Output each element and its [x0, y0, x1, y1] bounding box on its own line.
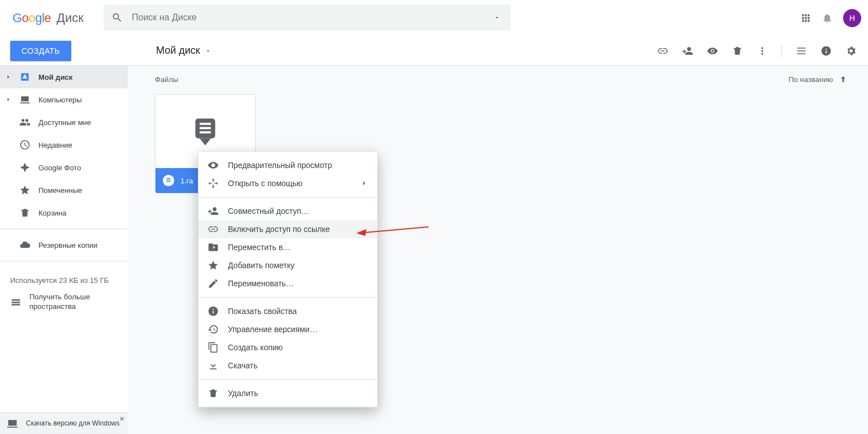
star-icon [14, 184, 38, 196]
ctx-label: Добавить пометку [228, 261, 295, 270]
trash-icon[interactable] [732, 45, 743, 57]
ctx-label: Предварительный просмотр [228, 161, 332, 170]
sidebar-item-recent[interactable]: Недавние [0, 134, 128, 156]
arrow-up-icon [839, 75, 848, 84]
sidebar-item-starred[interactable]: Помеченные [0, 179, 128, 201]
info-icon[interactable] [821, 45, 832, 57]
link-icon [208, 224, 228, 235]
storage-icon [10, 297, 21, 308]
expand-icon [6, 74, 14, 80]
svg-rect-6 [166, 179, 170, 180]
sidebar-item-photos[interactable]: Google Фото [0, 156, 128, 179]
separator [781, 44, 782, 58]
svg-rect-7 [166, 181, 170, 182]
chevron-right-icon [360, 179, 368, 187]
list-view-icon[interactable] [796, 45, 807, 57]
ctx-get-link[interactable]: Включить доступ по ссылке [198, 220, 377, 238]
ctx-rename[interactable]: Переименовать… [198, 274, 377, 293]
ctx-label: Создать копию [228, 343, 283, 352]
ctx-label: Скачать [228, 361, 258, 370]
sidebar-item-label: Доступные мне [38, 118, 91, 127]
more-icon[interactable] [757, 45, 768, 57]
search-bar[interactable] [103, 5, 511, 31]
ctx-open-with[interactable]: Открыть с помощью [198, 174, 377, 192]
search-options-dropdown-icon[interactable] [494, 14, 500, 21]
svg-rect-5 [166, 178, 170, 178]
file-name: 1.ra [180, 177, 193, 185]
download-icon [208, 360, 228, 371]
download-windows-banner[interactable]: Скачать версию для Windows ✕ [0, 412, 128, 434]
separator [198, 197, 377, 197]
sidebar-item-computers[interactable]: Компьютеры [0, 88, 128, 111]
sidebar-item-label: Помеченные [38, 186, 82, 195]
sort-label-text: По названию [788, 75, 833, 84]
file-type-icon [162, 174, 175, 187]
ctx-label: Совместный доступ… [228, 207, 309, 216]
avatar[interactable]: Н [843, 9, 861, 27]
add-person-icon [208, 205, 228, 217]
search-input[interactable] [111, 12, 503, 23]
ctx-copy[interactable]: Создать копию [198, 338, 377, 356]
sidebar-item-shared[interactable]: Доступные мне [0, 111, 128, 134]
svg-rect-1 [200, 123, 211, 125]
pencil-icon [208, 278, 228, 289]
storage-link-label: Получить больше пространства [29, 293, 118, 312]
ctx-versions[interactable]: Управление версиями… [198, 320, 377, 338]
ctx-label: Управление версиями… [228, 325, 317, 334]
drive-icon [14, 71, 38, 83]
sidebar-item-backups[interactable]: Резервные копии [0, 234, 128, 256]
breadcrumb[interactable]: Мой диск [128, 45, 211, 57]
sidebar-item-trash[interactable]: Корзина [0, 201, 128, 224]
eye-icon[interactable] [707, 45, 718, 57]
ctx-delete[interactable]: Удалить [198, 384, 377, 402]
annotation-arrow [356, 225, 430, 238]
monitor-icon [7, 418, 18, 429]
add-person-icon[interactable] [682, 45, 693, 57]
ctx-share[interactable]: Совместный доступ… [198, 202, 377, 220]
people-icon [14, 117, 38, 128]
cloud-icon [14, 239, 38, 251]
copy-icon [208, 342, 228, 353]
ctx-label: Показать свойства [228, 307, 297, 316]
ctx-details[interactable]: Показать свойства [198, 302, 377, 320]
ctx-label: Переместить в… [228, 243, 291, 252]
sidebar-item-label: Корзина [38, 209, 67, 217]
ctx-move[interactable]: Переместить в… [198, 238, 377, 256]
download-banner-label: Скачать версию для Windows [26, 419, 119, 427]
close-icon[interactable]: ✕ [119, 415, 124, 423]
gear-icon[interactable] [845, 45, 857, 57]
separator [198, 297, 377, 298]
sidebar-item-my-drive[interactable]: Мой диск [0, 66, 128, 88]
files-section-label: Файлы [155, 75, 178, 84]
trash-icon [14, 207, 38, 218]
sidebar-item-label: Недавние [38, 141, 72, 149]
ctx-download[interactable]: Скачать [198, 356, 377, 375]
chevron-down-icon [205, 48, 211, 54]
apps-icon[interactable] [800, 12, 811, 24]
create-button[interactable]: СОЗДАТЬ [10, 41, 71, 61]
sidebar-item-label: Резервные копии [38, 241, 97, 250]
separator [198, 379, 377, 380]
ctx-label: Переименовать… [228, 279, 294, 288]
ctx-label: Открыть с помощью [228, 179, 303, 188]
sort-control[interactable]: По названию [788, 75, 848, 84]
ctx-star[interactable]: Добавить пометку [198, 256, 377, 274]
history-icon [208, 324, 228, 335]
search-icon [111, 12, 123, 23]
logo-text: Google [12, 11, 51, 25]
notifications-icon[interactable] [822, 12, 833, 24]
trash-icon [208, 388, 228, 399]
sidebar-item-label: Google Фото [38, 164, 81, 172]
separator [0, 229, 128, 229]
separator [0, 261, 128, 261]
svg-line-8 [364, 227, 429, 233]
svg-point-4 [163, 175, 174, 186]
avatar-letter: Н [849, 14, 855, 23]
sidebar-item-label: Мой диск [38, 73, 72, 81]
svg-rect-3 [200, 131, 211, 134]
link-icon[interactable] [657, 45, 668, 57]
ctx-preview[interactable]: Предварительный просмотр [198, 156, 377, 174]
get-more-storage-link[interactable]: Получить больше пространства [0, 288, 128, 316]
logo[interactable]: Google Диск [12, 11, 84, 25]
photos-icon [14, 162, 38, 173]
